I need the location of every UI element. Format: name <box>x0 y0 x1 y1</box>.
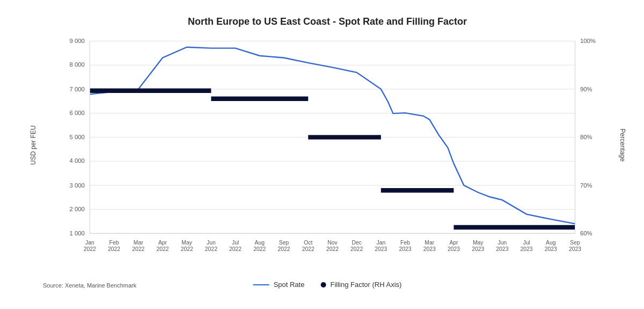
svg-text:100%: 100% <box>580 38 596 44</box>
svg-text:Sep: Sep <box>570 240 580 246</box>
svg-text:Jan: Jan <box>85 240 94 246</box>
chart-title: North Europe to US East Coast - Spot Rat… <box>43 16 612 27</box>
svg-text:2023: 2023 <box>423 246 436 252</box>
svg-text:9 000: 9 000 <box>70 38 85 44</box>
filling-factor-legend-dot <box>320 282 326 288</box>
svg-text:2022: 2022 <box>205 246 217 252</box>
chart-area: USD per FEU Percentage 9 000 8 000 7 000… <box>43 36 612 254</box>
svg-text:2022: 2022 <box>156 246 169 252</box>
svg-text:Sep: Sep <box>279 240 289 246</box>
svg-text:2023: 2023 <box>448 246 460 252</box>
svg-text:2022: 2022 <box>350 246 363 252</box>
legend-filling-factor: Filling Factor (RH Axis) <box>320 281 401 289</box>
svg-text:Jul: Jul <box>523 240 530 246</box>
svg-text:Feb: Feb <box>109 240 119 246</box>
chart-container: North Europe to US East Coast - Spot Rat… <box>0 0 644 309</box>
svg-text:2023: 2023 <box>521 246 533 252</box>
svg-text:1 000: 1 000 <box>70 230 85 236</box>
svg-text:2022: 2022 <box>181 246 193 252</box>
legend-spot-rate: Spot Rate <box>253 281 305 289</box>
svg-text:5 000: 5 000 <box>70 134 85 140</box>
svg-text:3 000: 3 000 <box>70 182 85 189</box>
svg-text:2023: 2023 <box>496 246 508 252</box>
svg-text:Oct: Oct <box>304 240 312 246</box>
y-axis-left-label: USD per FEU <box>30 125 37 164</box>
svg-text:2023: 2023 <box>472 246 484 252</box>
svg-text:Aug: Aug <box>255 240 265 246</box>
svg-text:60%: 60% <box>580 230 592 236</box>
chart-svg: 9 000 8 000 7 000 6 000 5 000 4 000 3 00… <box>43 36 612 254</box>
svg-text:Jun: Jun <box>207 240 216 246</box>
spot-rate-legend-line <box>253 284 269 285</box>
svg-text:2 000: 2 000 <box>70 206 85 212</box>
svg-text:2023: 2023 <box>569 246 581 252</box>
source-text: Source: Xeneta, Marine Benchmark <box>43 282 136 289</box>
svg-text:2023: 2023 <box>375 246 387 252</box>
y-axis-right-label: Percentage <box>618 128 626 161</box>
svg-text:Jan: Jan <box>376 240 385 246</box>
svg-text:2022: 2022 <box>229 246 241 252</box>
svg-text:2022: 2022 <box>108 246 120 252</box>
svg-text:2022: 2022 <box>277 246 290 252</box>
svg-text:Feb: Feb <box>400 240 410 246</box>
svg-text:80%: 80% <box>580 134 592 140</box>
svg-text:2023: 2023 <box>399 246 412 252</box>
svg-text:Mar: Mar <box>425 240 434 246</box>
svg-text:Apr: Apr <box>158 240 167 246</box>
svg-text:2022: 2022 <box>326 246 339 252</box>
svg-text:8 000: 8 000 <box>70 61 85 68</box>
svg-text:2022: 2022 <box>132 246 144 252</box>
svg-text:2022: 2022 <box>84 246 96 252</box>
svg-text:Dec: Dec <box>352 240 361 246</box>
svg-text:Aug: Aug <box>546 240 556 246</box>
svg-text:Jun: Jun <box>498 240 507 246</box>
chart-legend: Spot Rate Filling Factor (RH Axis) <box>253 281 402 289</box>
filling-factor-legend-label: Filling Factor (RH Axis) <box>330 281 401 289</box>
svg-text:Apr: Apr <box>449 240 458 246</box>
svg-text:70%: 70% <box>580 182 592 189</box>
svg-text:May: May <box>181 240 192 246</box>
svg-text:2022: 2022 <box>253 246 266 252</box>
spot-rate-legend-label: Spot Rate <box>274 281 305 289</box>
svg-text:May: May <box>473 240 484 246</box>
svg-text:90%: 90% <box>580 86 592 92</box>
svg-text:Mar: Mar <box>134 240 143 246</box>
svg-text:Jul: Jul <box>232 240 239 246</box>
svg-text:6 000: 6 000 <box>70 110 85 116</box>
svg-text:7 000: 7 000 <box>70 86 85 92</box>
svg-text:2022: 2022 <box>302 246 314 252</box>
svg-text:4 000: 4 000 <box>70 157 85 164</box>
svg-text:Nov: Nov <box>327 240 338 246</box>
svg-text:2023: 2023 <box>545 246 557 252</box>
